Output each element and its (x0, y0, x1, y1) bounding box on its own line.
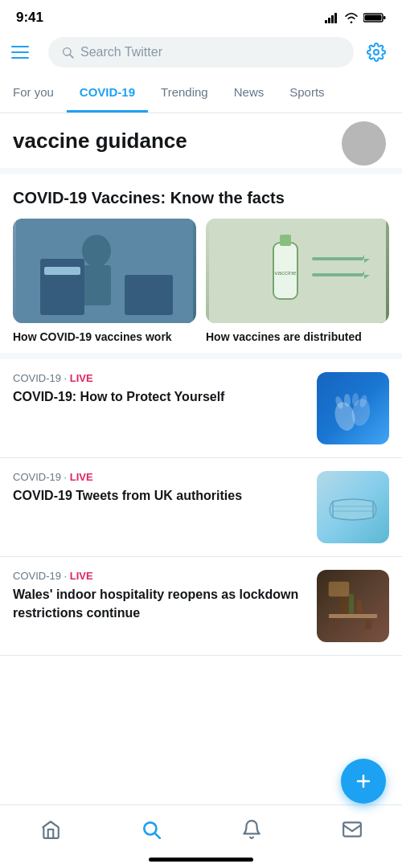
signal-icon (325, 12, 339, 23)
hero-banner: vaccine guidance (0, 113, 402, 174)
svg-rect-13 (40, 259, 84, 315)
status-bar: 9:41 (0, 0, 402, 31)
svg-rect-35 (357, 600, 362, 614)
wifi-icon (344, 12, 359, 23)
svg-rect-6 (365, 15, 382, 21)
live-card-content-protect: COVID-19 · LIVE COVID-19: How to Protect… (13, 372, 306, 406)
svg-rect-37 (365, 620, 371, 629)
live-card-title-uk: COVID-19 Tweets from UK authorities (13, 487, 306, 505)
pub-illustration (325, 578, 381, 634)
vaccine-img-vial: vaccine (206, 219, 389, 323)
covid-tag-wales: COVID-19 (13, 570, 61, 582)
svg-rect-10 (16, 219, 193, 323)
covid-tag: COVID-19 (13, 372, 61, 384)
bell-icon (240, 818, 263, 841)
covid-tag-uk: COVID-19 (13, 471, 61, 483)
svg-rect-41 (343, 822, 361, 836)
hamburger-line (11, 46, 29, 47)
svg-rect-5 (384, 16, 386, 19)
home-indicator (149, 858, 253, 862)
svg-line-8 (70, 55, 73, 58)
vaccine-label-distributed: How vaccines are distributed (206, 330, 389, 346)
live-card-meta-protect: COVID-19 · LIVE (13, 372, 306, 384)
svg-rect-38 (329, 582, 349, 596)
svg-rect-1 (328, 18, 330, 23)
live-cards: COVID-19 · LIVE COVID-19: How to Protect… (0, 359, 402, 656)
tab-covid-19[interactable]: COVID-19 (67, 74, 148, 113)
content-area: vaccine guidance COVID-19 Vaccines: Know… (0, 113, 402, 736)
svg-rect-33 (341, 598, 346, 614)
live-card-thumb-uk (317, 471, 389, 543)
tab-trending[interactable]: Trending (148, 74, 221, 113)
svg-rect-16 (209, 219, 386, 323)
svg-rect-3 (334, 13, 337, 23)
live-card-thumb-protect (317, 372, 389, 444)
gloves-illustration (325, 380, 381, 436)
compose-fab[interactable] (341, 759, 386, 804)
status-icons (325, 12, 386, 23)
live-card-uk[interactable]: COVID-19 · LIVE COVID-19 Tweets from UK … (0, 458, 402, 557)
tab-news[interactable]: News (221, 74, 277, 113)
vaccine-card-distributed[interactable]: vaccine How vaccines are distributed (206, 219, 389, 346)
battery-icon (363, 12, 386, 23)
status-time: 9:41 (16, 10, 43, 26)
search-icon (61, 46, 74, 59)
thumb-pub-img (317, 570, 389, 642)
search-placeholder: Search Twitter (80, 45, 162, 59)
live-card-title-protect: COVID-19: How to Protect Yourself (13, 388, 306, 406)
svg-rect-14 (44, 267, 80, 275)
mask-illustration (325, 479, 381, 535)
hamburger-line (11, 57, 29, 59)
search-bar[interactable]: Search Twitter (48, 37, 354, 68)
vaccine-card-work[interactable]: How COVID-19 vaccines work (13, 219, 196, 346)
live-card-meta-uk: COVID-19 · LIVE (13, 471, 306, 483)
thumb-gloves-img (317, 372, 389, 444)
tab-sports[interactable]: Sports (277, 74, 337, 113)
nav-notifications[interactable] (224, 813, 279, 845)
svg-rect-15 (125, 275, 173, 315)
vaccine-section-title: COVID-19 Vaccines: Know the facts (13, 189, 389, 207)
vaccine-section: COVID-19 Vaccines: Know the facts (0, 174, 402, 360)
vaccine-img-lab (13, 219, 196, 323)
settings-button[interactable] (362, 38, 391, 67)
svg-line-40 (154, 833, 159, 838)
hero-title: vaccine guidance (13, 128, 389, 155)
thumb-mask-img (317, 471, 389, 543)
home-icon (39, 818, 62, 841)
nav-search[interactable] (124, 813, 178, 845)
search-nav-icon (140, 818, 162, 841)
svg-marker-21 (362, 255, 370, 263)
vaccine-label-work: How COVID-19 vaccines work (13, 330, 196, 346)
svg-rect-34 (349, 594, 354, 614)
svg-point-9 (374, 50, 379, 55)
vial-illustration: vaccine (206, 219, 389, 323)
gear-icon (367, 43, 386, 62)
compose-icon (354, 772, 373, 791)
nav-home[interactable] (23, 813, 78, 845)
live-card-content-wales: COVID-19 · LIVE Wales' indoor hospitalit… (13, 570, 306, 622)
live-card-wales[interactable]: COVID-19 · LIVE Wales' indoor hospitalit… (0, 557, 402, 656)
nav-messages[interactable] (325, 813, 379, 845)
lab-illustration (13, 219, 196, 323)
vaccine-grid: How COVID-19 vaccines work vaccine (13, 219, 389, 346)
svg-rect-2 (331, 15, 334, 23)
hero-circle-decoration (342, 121, 386, 166)
svg-rect-12 (82, 265, 111, 305)
svg-rect-18 (280, 235, 291, 246)
live-card-title-wales: Wales' indoor hospitality reopens as loc… (13, 586, 306, 622)
svg-rect-17 (273, 243, 297, 299)
live-card-thumb-wales (317, 570, 389, 642)
live-tag-wales: LIVE (70, 570, 93, 582)
live-card-content-uk: COVID-19 · LIVE COVID-19 Tweets from UK … (13, 471, 306, 505)
live-tag: LIVE (70, 372, 93, 384)
mail-icon (341, 818, 363, 841)
menu-button[interactable] (11, 38, 40, 67)
svg-marker-23 (362, 271, 370, 279)
live-card-meta-wales: COVID-19 · LIVE (13, 570, 306, 582)
svg-rect-36 (333, 620, 339, 629)
svg-point-11 (82, 235, 111, 267)
tab-for-you[interactable]: For you (0, 74, 67, 113)
live-card-protect[interactable]: COVID-19 · LIVE COVID-19: How to Protect… (0, 359, 402, 458)
tabs: For you COVID-19 Trending News Sports (0, 74, 402, 113)
header: Search Twitter (0, 31, 402, 74)
